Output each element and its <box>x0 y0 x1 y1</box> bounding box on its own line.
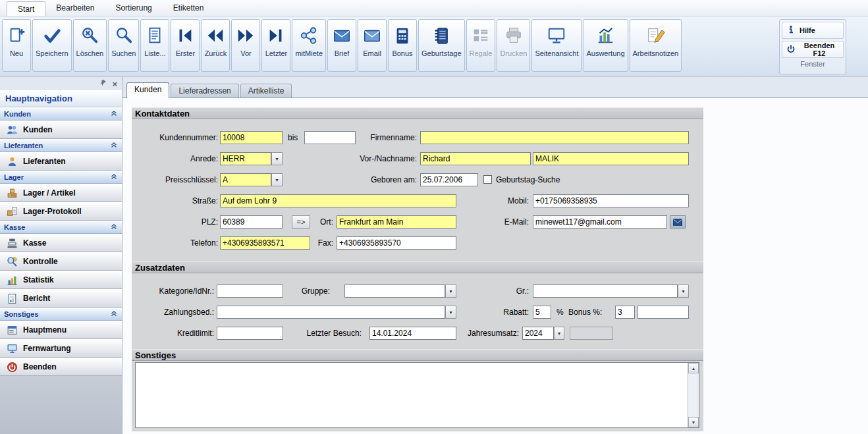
brief-button[interactable]: Brief <box>327 19 356 72</box>
shelves-icon <box>471 23 491 48</box>
geburtstage-label: Geburtstage <box>421 49 462 57</box>
telefon-label: Telefon: <box>132 236 218 250</box>
strasse-input[interactable] <box>220 194 456 207</box>
anrede-dropdown-arrow[interactable]: ▾ <box>271 152 283 165</box>
gruppe-input[interactable] <box>344 285 445 298</box>
mobil-input[interactable] <box>533 194 689 207</box>
bonus-input[interactable] <box>615 306 635 319</box>
email-label: E-Mail: <box>443 215 529 229</box>
letzter-besuch-label: Letzter Besuch: <box>276 327 362 340</box>
nachname-input[interactable] <box>533 152 689 165</box>
tab-kunden[interactable]: Kunden <box>126 82 169 98</box>
geburtstag-suche-checkbox[interactable] <box>483 175 492 184</box>
sidebar-item-lager-artikel[interactable]: Lager / Artikel <box>0 184 122 202</box>
kreditlimit-input[interactable] <box>217 327 283 340</box>
gr-input[interactable] <box>533 285 678 298</box>
liste-button[interactable]: Liste... <box>140 19 169 72</box>
sidebar-group-kunden[interactable]: Kunden <box>0 107 122 121</box>
auswertung-button[interactable]: Auswertung <box>583 19 628 72</box>
sidebar-item-bericht[interactable]: Bericht <box>0 289 122 308</box>
menu-sortierung[interactable]: Sortierung <box>105 0 162 16</box>
ort-input[interactable] <box>337 215 456 229</box>
scroll-up-icon[interactable]: ▲ <box>688 363 699 373</box>
hilfe-button[interactable]: Hilfe <box>782 22 844 39</box>
jahresumsatz-input[interactable] <box>522 327 554 340</box>
erster-button[interactable]: Erster <box>171 19 200 72</box>
sidebar-group-kasse[interactable]: Kasse <box>0 221 122 234</box>
main-area: Kunden Lieferadressen Artikelliste Konta… <box>122 77 868 434</box>
letzter-button[interactable]: Letzter <box>261 19 290 72</box>
neu-button[interactable]: Neu <box>2 19 31 72</box>
firmenname-input[interactable] <box>420 131 689 144</box>
telefon-input[interactable] <box>220 236 310 250</box>
mainmenu-icon <box>6 325 18 336</box>
preisschluessel-input[interactable] <box>220 173 271 186</box>
gruppe-dropdown-arrow[interactable]: ▾ <box>445 285 456 298</box>
sidebar-group-lieferanten[interactable]: Lieferanten <box>0 139 122 152</box>
bonus-extra-input[interactable] <box>637 306 689 319</box>
arbeitsnotizen-button[interactable]: Arbeitsnotizen <box>630 19 682 72</box>
speichern-button[interactable]: Speichern <box>32 19 72 72</box>
email-button[interactable]: Email <box>358 19 387 72</box>
sidebar-item-lieferanten[interactable]: Lieferanten <box>0 152 122 171</box>
plz-transfer-button[interactable]: => <box>292 215 310 229</box>
group-label: Lieferanten <box>4 142 43 149</box>
menu-bearbeiten[interactable]: Bearbeiten <box>45 0 105 16</box>
plz-input[interactable] <box>220 215 283 229</box>
close-icon[interactable]: × <box>112 80 117 88</box>
tab-artikelliste[interactable]: Artikelliste <box>240 84 292 97</box>
zurueck-button[interactable]: Zurück <box>201 19 230 72</box>
work-notes-icon <box>645 23 665 48</box>
mitmiete-button[interactable]: mitMiete <box>292 19 326 72</box>
kategorie-label: Kategorie/IdNr.: <box>132 285 214 298</box>
tab-lieferadressen[interactable]: Lieferadressen <box>171 84 238 97</box>
rabatt-input[interactable] <box>533 306 551 319</box>
jahresumsatz-dropdown-arrow[interactable]: ▾ <box>554 327 564 340</box>
email-input[interactable] <box>533 215 667 229</box>
letzter-label: Letzter <box>265 49 288 57</box>
save-checkmark-icon <box>42 23 62 48</box>
sidebar-item-kontrolle[interactable]: Kontrolle <box>0 252 122 271</box>
zahlungsbed-input[interactable] <box>217 306 445 319</box>
pin-icon[interactable] <box>99 79 107 88</box>
anrede-input[interactable] <box>220 152 271 165</box>
fenster-caption: Fenster <box>782 60 844 68</box>
plz-label: PLZ: <box>132 215 218 229</box>
kundennummer-label: Kundennummer: <box>132 131 218 144</box>
sidebar-item-kasse[interactable]: Kasse <box>0 234 122 252</box>
email-label: Email <box>363 49 381 57</box>
sidebar-item-fernwartung[interactable]: Fernwartung <box>0 339 122 358</box>
seitenansicht-button[interactable]: Seitenansicht <box>531 19 582 72</box>
beenden-f12-button[interactable]: Beenden F12 <box>782 41 844 58</box>
memo-scrollbar[interactable]: ▲ ▼ <box>688 363 699 427</box>
preisschluessel-dropdown-arrow[interactable]: ▾ <box>271 173 283 186</box>
vor-button[interactable]: Vor <box>231 19 260 72</box>
sidebar-item-statistik[interactable]: Statistik <box>0 271 122 289</box>
send-email-button[interactable] <box>670 215 686 229</box>
control-icon <box>6 256 18 267</box>
fax-input[interactable] <box>337 236 456 250</box>
vorname-input[interactable] <box>420 152 531 165</box>
menu-start[interactable]: Start <box>7 1 45 16</box>
sonstiges-textarea[interactable] <box>136 363 688 427</box>
sidebar-item-lager-protokoll[interactable]: Lager-Protokoll <box>0 202 122 221</box>
tabbar: Kunden Lieferadressen Artikelliste <box>122 82 868 98</box>
menu-etiketten[interactable]: Etiketten <box>163 0 215 16</box>
sidebar-item-beenden[interactable]: Beenden <box>0 358 122 376</box>
suchen-button[interactable]: Suchen <box>108 19 139 72</box>
vor-label: Vor <box>240 49 252 57</box>
sidebar-item-hauptmenu[interactable]: Hauptmenu <box>0 321 122 339</box>
sidebar-group-lager[interactable]: Lager <box>0 171 122 184</box>
search-icon <box>114 23 134 48</box>
sidebar-group-sonstiges[interactable]: Sonstiges <box>0 308 122 321</box>
gr-dropdown-arrow[interactable]: ▾ <box>678 285 689 298</box>
kategorie-input[interactable] <box>217 285 283 298</box>
geburtstage-button[interactable]: Geburtstage <box>418 19 465 72</box>
bonus-button[interactable]: Bonus <box>388 19 417 72</box>
scroll-down-icon[interactable]: ▼ <box>688 417 699 427</box>
sidebar-item-kunden[interactable]: Kunden <box>0 121 122 139</box>
geboren-am-input[interactable] <box>420 173 478 186</box>
remote-support-icon <box>6 343 18 354</box>
loeschen-button[interactable]: Löschen <box>73 19 107 72</box>
kundennummer-input[interactable] <box>220 131 283 144</box>
